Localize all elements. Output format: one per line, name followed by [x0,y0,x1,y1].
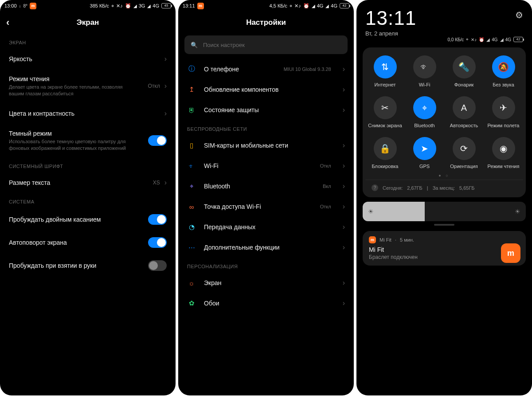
qs-label: Без звука [493,82,514,87]
net-type-2: 4G [331,3,337,8]
settings-gear-icon[interactable]: ⚙ [515,10,523,20]
phone-display-settings: 13:00 ↓ 8° m 385 КБ/с ⌖ ✕♪ ⏰ ◢ 3G ◢ 4G 4… [0,0,176,395]
row-brightness[interactable]: Яркость › [0,49,176,69]
qs-airplane[interactable]: ✈Режим полета [484,96,523,128]
qs-auto-brightness[interactable]: AАвтояркость [444,96,484,128]
row-reading-mode[interactable]: Режим чтения Делает цвета на экране боле… [0,69,176,103]
search-placeholder: Поиск настроек [203,42,245,48]
update-icon: ↥ [187,86,196,94]
chevron-right-icon: › [343,299,345,307]
row-value: Откл [148,83,160,89]
drag-handle[interactable] [434,224,454,226]
chevron-right-icon: › [343,223,345,231]
qs-label: Фонарик [454,82,474,87]
titlebar: Настройки [178,12,354,34]
row-label: Wi-Fi [204,162,312,169]
row-wifi[interactable]: ᯤ Wi-Fi Откл › [178,156,354,176]
double-tap-toggle[interactable] [148,214,167,225]
row-text-size[interactable]: Размер текста XS › [0,172,176,193]
notif-title: Mi Fit [369,246,520,253]
bluetooth-icon: ⌖ [289,3,292,9]
qs-label: Автояркость [450,123,478,128]
row-label: SIM-карты и мобильные сети [204,142,335,149]
chevron-right-icon: › [164,82,167,90]
row-about-phone[interactable]: ⓘ О телефоне MIUI 10 Global 9.3.28 › [178,59,354,79]
qs-label: GPS [419,164,430,169]
qs-label: Режим чтения [488,164,520,169]
sun-low-icon: ☀ [368,208,374,215]
phone-settings-root: 13:11 m 4,5 КБ/с ⌖ ✕♪ ⏰ ◢ 4G ◢ 4G 42 Нас… [178,0,354,395]
section-header-personalization: ПЕРСОНАЛИЗАЦИЯ [178,258,354,273]
row-label: Состояние защиты [204,106,335,113]
mi-fit-status-icon: m [197,3,204,9]
auto-bright-icon: A [453,96,476,119]
usage-today-label: Сегодня: [383,185,403,191]
qs-lock[interactable]: 🔒Блокировка [365,137,405,169]
qs-bluetooth[interactable]: ⌖Bluetooth [405,96,444,128]
data-icon: ◔ [187,223,196,231]
qs-screenshot[interactable]: ✂Снимок экрана [365,96,405,128]
row-subtitle: Делает цвета на экране более теплыми, по… [9,84,137,97]
row-more-functions[interactable]: ⋯ Дополнительные функции › [178,237,354,258]
lock-icon: 🔒 [374,137,397,160]
row-label: Цвета и контрастность [9,110,164,117]
alarm-icon: ⏰ [125,3,131,9]
qs-reading[interactable]: ◉Режим чтения [484,137,523,169]
notif-subtitle: Браслет подключен [369,254,520,260]
row-colors-contrast[interactable]: Цвета и контрастность › [0,103,176,124]
weather-temp: 8° [23,4,28,8]
search-input[interactable]: 🔍 Поиск настроек [184,35,348,54]
qs-orientation[interactable]: ⟳Ориентация [444,137,484,169]
page-indicator: ● ○ [365,169,523,180]
dark-mode-toggle[interactable] [148,135,167,146]
net-type-1: 3G [139,3,145,8]
row-bluetooth[interactable]: ⌖ Bluetooth Вкл › [178,176,354,196]
row-label: Яркость [9,55,164,63]
battery-icon: 45 [161,3,171,8]
more-icon: ⋯ [187,243,196,251]
section-header-system: СИСТЕМА [0,193,176,208]
data-usage-bar[interactable]: ? Сегодня: 2,67ГБ | За месяц: 5,65ГБ [365,180,523,193]
info-icon: ⓘ [187,65,196,73]
brightness-slider[interactable]: ☀ ☀ [363,202,526,221]
row-component-update[interactable]: ↥ Обновление компонентов › [178,79,354,100]
search-icon: 🔍 [191,42,198,48]
section-header-font: СИСТЕМНЫЙ ШРИФТ [0,157,176,172]
data-arrows-icon: ⇅ [374,55,397,78]
back-button[interactable]: ‹ [6,17,9,28]
shade-clock: 13:11 [365,7,416,29]
signal-1-icon: ◢ [312,4,315,8]
dnd-icon: ✕♪ [116,3,123,9]
usage-month-value: 5,65ГБ [459,185,475,191]
signal-2-icon: ◢ [500,37,503,42]
row-sim-networks[interactable]: ▯ SIM-карты и мобильные сети › [178,135,354,156]
row-display[interactable]: ☼ Экран › [178,273,354,293]
question-icon: ? [372,184,378,191]
dnd-icon: ✕♪ [294,3,301,9]
net-type-2: 4G [153,3,159,8]
mi-fit-status-icon: m [30,3,36,9]
qs-torch[interactable]: 🔦Фонарик [444,55,484,87]
net-type-1: 4G [317,3,324,8]
qs-label: Wi-Fi [419,82,430,87]
qs-mute[interactable]: 🔕Без звука [484,55,523,87]
row-data-usage[interactable]: ◔ Передача данных › [178,217,354,237]
row-security-status[interactable]: ⛨ Состояние защиты › [178,100,354,120]
qs-gps[interactable]: ➤GPS [405,137,444,169]
raise-wake-toggle[interactable] [148,260,167,271]
row-wallpaper[interactable]: ✿ Обои › [178,293,354,313]
row-hotspot[interactable]: ∞ Точка доступа Wi-Fi Откл › [178,196,354,217]
chevron-right-icon: › [343,162,345,170]
display-icon: ☼ [187,279,196,287]
qs-internet[interactable]: ⇅Интернет [365,55,405,87]
wallpaper-icon: ✿ [187,299,196,307]
notification-card[interactable]: m Mi Fit · 5 мин. Mi Fit Браслет подключ… [363,231,526,266]
orientation-icon: ⟳ [453,137,476,160]
auto-rotate-toggle[interactable] [148,237,167,248]
qs-wifi[interactable]: ᯤWi-Fi [405,55,444,87]
download-icon: ↓ [19,4,21,8]
row-value: Откл [320,163,331,168]
row-label: О телефоне [204,66,276,73]
hotspot-icon: ∞ [187,203,196,211]
notif-dot: · [395,237,396,243]
